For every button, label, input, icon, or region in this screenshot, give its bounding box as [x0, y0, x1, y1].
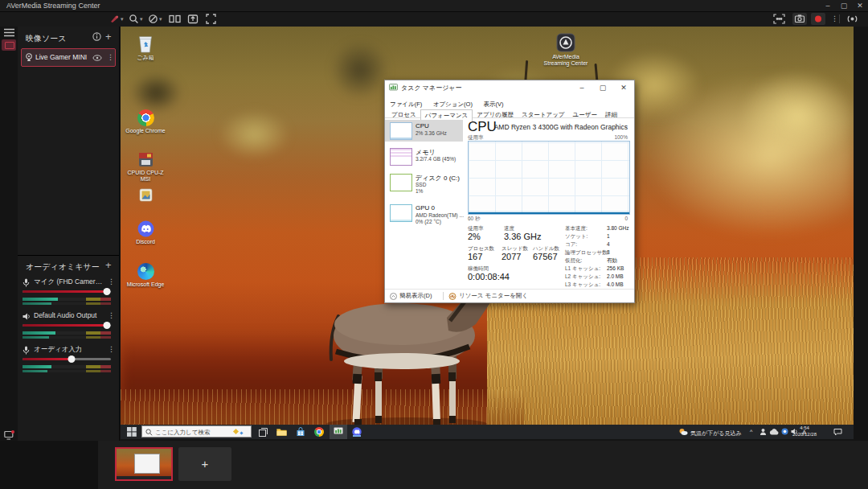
info-icon[interactable] — [92, 32, 101, 41]
open-resource-monitor-link[interactable]: リソース モニターを開く — [459, 292, 528, 300]
desktop-icon-cpuz[interactable]: CPUID CPU-Z MSI — [122, 151, 169, 183]
webcam-icon — [25, 53, 33, 62]
desktop-icon-microsoft-edge[interactable]: Microsoft Edge — [122, 263, 169, 288]
tm-minimize-button[interactable]: – — [571, 80, 592, 95]
microsoft-store-icon[interactable] — [296, 427, 305, 437]
mixer-item-mic: マイク (FHD Camera Mi... ⋮ — [23, 277, 114, 306]
slider-knob[interactable] — [68, 355, 75, 363]
cpu-usage-graph — [468, 141, 630, 215]
add-audio-button[interactable]: + — [105, 259, 112, 271]
visibility-eye-icon[interactable] — [92, 55, 102, 61]
scenes-panel: + — [98, 441, 868, 489]
tab-details[interactable]: 詳細 — [601, 109, 621, 121]
more-menu-icon[interactable]: ⋮ — [831, 14, 838, 23]
desktop-icon-google-chrome[interactable]: Google Chrome — [122, 109, 169, 134]
perf-item-gpu[interactable]: GPU 0 AMD Radeon(TM) ... 0% (22 °C) — [385, 202, 463, 229]
maximize-button[interactable]: ▢ — [837, 1, 850, 10]
task-manager-menubar: ファイル(F) オプション(O) 表示(V) — [385, 95, 634, 105]
record-button[interactable] — [811, 13, 825, 25]
pen-tool-caret[interactable]: ▾ — [121, 16, 124, 23]
clear-tool-icon[interactable] — [148, 14, 158, 24]
desktop-icon-recycle-bin[interactable]: ごみ箱 — [122, 35, 169, 61]
mixer-menu-icon[interactable]: ⋮ — [108, 277, 115, 286]
vu-meter-right — [23, 336, 111, 339]
add-source-button[interactable]: + — [105, 31, 112, 43]
action-center-icon[interactable] — [833, 428, 842, 436]
slider-knob[interactable] — [103, 288, 110, 295]
task-view-button[interactable] — [259, 428, 268, 437]
stream-icon[interactable] — [845, 14, 859, 24]
share-icon[interactable] — [187, 14, 199, 24]
tray-user-icon[interactable] — [760, 428, 767, 436]
mixer-menu-icon[interactable]: ⋮ — [108, 311, 115, 319]
menu-icon[interactable] — [4, 28, 14, 37]
file-explorer-icon[interactable] — [276, 428, 287, 437]
perf-item-disk[interactable]: ディスク 0 (C:) SSD 1% — [385, 171, 463, 199]
task-manager-titlebar[interactable]: タスク マネージャー – ▢ ✕ — [385, 80, 634, 95]
perf-item-memory[interactable]: メモリ 3.2/7.4 GB (45%) — [385, 146, 463, 167]
mixer-label: マイク (FHD Camera Mi... — [34, 277, 103, 287]
left-rail — [0, 27, 18, 489]
volume-slider[interactable] — [23, 290, 111, 293]
zoom-tool-caret[interactable]: ▾ — [140, 16, 143, 23]
snapshot-icon[interactable] — [792, 13, 807, 25]
desktop-icon-app[interactable] — [122, 187, 169, 204]
tm-maximize-button[interactable]: ▢ — [592, 80, 613, 95]
close-button[interactable]: ✕ — [854, 1, 866, 10]
fullscreen-icon[interactable] — [206, 14, 216, 24]
tm-close-button[interactable]: ✕ — [613, 80, 634, 95]
taskbar-clock[interactable]: 4:54 2020/12/28 — [792, 425, 817, 438]
weather-text[interactable]: 気温が下がる見込み — [690, 429, 742, 438]
scene-thumb-taskmanager — [134, 454, 160, 474]
tab-users[interactable]: ユーザー — [569, 109, 601, 121]
minimize-button[interactable]: – — [821, 1, 834, 10]
uptime-value: 0:00:08:44 — [468, 272, 510, 281]
running-indicator — [353, 435, 361, 437]
split-view-icon[interactable] — [169, 14, 181, 24]
avermedia-streaming-center-window: AVerMedia Streaming Center – ▢ ✕ ▾ ▾ ▾ — [0, 0, 868, 489]
discord-taskbar-icon[interactable] — [352, 427, 362, 437]
start-button[interactable] — [127, 427, 137, 437]
volume-slider[interactable] — [23, 358, 111, 360]
scan-icon[interactable] — [773, 14, 785, 24]
simple-view-button[interactable]: 簡易表示(D) — [399, 292, 432, 300]
handle-count: 67567 — [533, 252, 558, 261]
mixer-menu-icon[interactable]: ⋮ — [108, 345, 115, 353]
weather-icon[interactable] — [678, 428, 688, 436]
tab-processes[interactable]: プロセス — [387, 109, 420, 121]
scene-thumbnail-selected[interactable] — [115, 447, 173, 481]
search-highlight-icon — [233, 429, 239, 434]
display-notification-icon[interactable] — [4, 430, 14, 440]
sidebar-divider — [18, 255, 119, 256]
task-manager-app-icon — [389, 84, 398, 92]
mic-icon — [23, 278, 30, 287]
task-manager-tabs: プロセスパフォーマンスアプリの履歴スタートアップユーザー詳細サービス — [385, 105, 634, 118]
volume-slider[interactable] — [23, 324, 111, 327]
slider-knob[interactable] — [103, 322, 110, 329]
perf-item-cpu[interactable]: CPU 2% 3.36 GHz — [385, 120, 463, 142]
pen-tool-icon[interactable] — [109, 14, 120, 24]
tray-app-icon[interactable] — [781, 428, 788, 435]
chrome-taskbar-icon[interactable] — [314, 427, 324, 437]
vu-meter-left — [23, 365, 111, 368]
clear-tool-caret[interactable]: ▾ — [159, 16, 162, 23]
desktop-icon-discord[interactable]: Discord — [122, 220, 169, 245]
task-manager-taskbar-button[interactable] — [330, 425, 347, 439]
zoom-tool-icon[interactable] — [129, 14, 139, 24]
scene-display-icon[interactable] — [2, 39, 16, 51]
cpu-model: AMD Ryzen 3 4300G with Radeon Graphics — [494, 123, 628, 131]
task-manager-title: タスク マネージャー — [401, 84, 462, 92]
vu-meter-right — [23, 370, 111, 372]
onedrive-cloud-icon[interactable] — [769, 429, 779, 435]
footer-separator — [443, 292, 444, 300]
tray-chevron-icon[interactable]: ^ — [750, 429, 752, 434]
tab-startup[interactable]: スタートアップ — [518, 109, 569, 121]
taskbar-search-input[interactable]: ここに入力して検索 — [141, 425, 252, 438]
add-scene-button[interactable]: + — [178, 447, 231, 481]
source-item-menu-icon[interactable]: ⋮ — [107, 53, 114, 61]
graph-label-100: 100% — [614, 134, 628, 140]
source-item-live-gamer-mini[interactable]: Live Gamer MINI ⋮ — [21, 48, 116, 67]
vu-meter-right — [23, 302, 111, 305]
desktop-icon-avermedia[interactable]: AVerMedia Streaming Center — [540, 33, 592, 67]
oryx-antelope — [312, 286, 553, 434]
